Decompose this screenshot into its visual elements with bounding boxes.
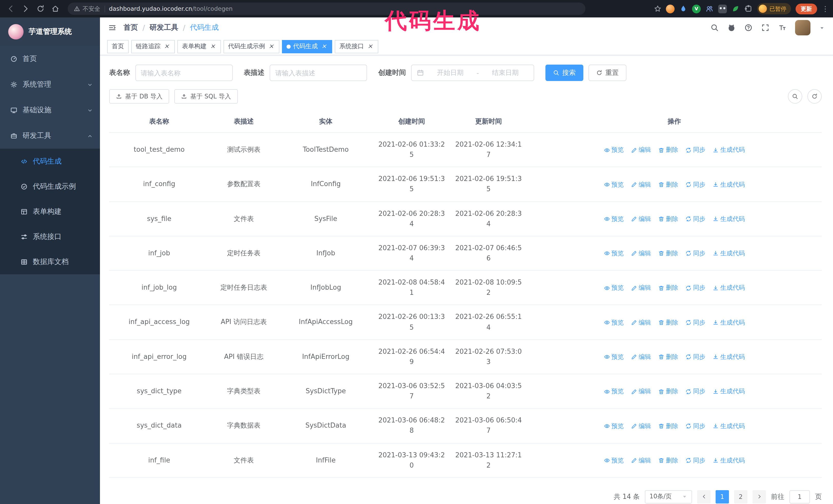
sidebar-item-infrastructure[interactable]: 基础设施 (0, 97, 100, 123)
preview-link[interactable]: 预览 (603, 421, 624, 431)
extension-icon-5[interactable] (718, 4, 727, 13)
delete-link[interactable]: 删除 (658, 456, 678, 465)
browser-update-button[interactable]: 更新 (795, 3, 817, 14)
help-icon[interactable] (744, 24, 753, 32)
breadcrumb-item[interactable]: 研发工具 (149, 23, 178, 32)
font-size-icon[interactable] (778, 24, 786, 32)
extension-icon-2[interactable] (679, 5, 687, 13)
import-db-button[interactable]: 基于 DB 导入 (109, 89, 169, 103)
browser-forward-button[interactable] (19, 2, 32, 16)
close-icon[interactable]: × (209, 43, 216, 50)
generate-code-link[interactable]: 生成代码 (713, 387, 745, 396)
delete-link[interactable]: 删除 (658, 421, 678, 431)
generate-code-link[interactable]: 生成代码 (713, 318, 745, 327)
generate-code-link[interactable]: 生成代码 (713, 180, 745, 189)
extensions-puzzle-icon[interactable] (744, 5, 753, 13)
breadcrumb-item[interactable]: 首页 (123, 23, 138, 32)
page-size-select[interactable]: 10条/页 (645, 490, 692, 503)
edit-link[interactable]: 编辑 (631, 456, 651, 465)
delete-link[interactable]: 删除 (658, 214, 678, 224)
edit-link[interactable]: 编辑 (631, 352, 651, 362)
preview-link[interactable]: 预览 (603, 387, 624, 396)
sync-link[interactable]: 同步 (685, 352, 705, 362)
table-desc-input[interactable] (270, 65, 367, 81)
sidebar-item-form-builder[interactable]: 表单构建 (0, 199, 100, 224)
preview-link[interactable]: 预览 (603, 249, 624, 258)
search-icon[interactable] (711, 24, 719, 32)
generate-code-link[interactable]: 生成代码 (713, 352, 745, 362)
tab-form-builder[interactable]: 表单构建× (177, 40, 221, 53)
user-avatar[interactable] (795, 20, 810, 35)
sidebar-item-system-management[interactable]: 系统管理 (0, 72, 100, 97)
edit-link[interactable]: 编辑 (631, 283, 651, 293)
close-icon[interactable]: × (268, 43, 275, 50)
sidebar-toggle-icon[interactable] (108, 24, 116, 32)
refresh-table-button[interactable] (807, 89, 822, 103)
delete-link[interactable]: 删除 (658, 352, 678, 362)
delete-link[interactable]: 删除 (658, 318, 678, 327)
sync-link[interactable]: 同步 (685, 214, 705, 224)
security-indicator[interactable]: 不安全 (74, 5, 100, 13)
delete-link[interactable]: 删除 (658, 145, 678, 155)
search-button[interactable]: 搜索 (545, 65, 584, 81)
sync-link[interactable]: 同步 (685, 456, 705, 465)
browser-reload-button[interactable] (34, 2, 47, 16)
sync-link[interactable]: 同步 (685, 421, 705, 431)
browser-back-button[interactable] (4, 2, 18, 16)
tab-codegen[interactable]: 代码生成× (282, 40, 332, 53)
sync-link[interactable]: 同步 (685, 249, 705, 258)
preview-link[interactable]: 预览 (603, 145, 624, 155)
sidebar-item-codegen-example[interactable]: 代码生成示例 (0, 174, 100, 199)
extension-icon-4[interactable] (705, 5, 714, 13)
sidebar-item-system-api[interactable]: 系统接口 (0, 224, 100, 249)
tab-home[interactable]: 首页 (107, 40, 129, 53)
preview-link[interactable]: 预览 (603, 318, 624, 327)
edit-link[interactable]: 编辑 (631, 318, 651, 327)
fullscreen-icon[interactable] (761, 24, 769, 32)
tab-system-api[interactable]: 系统接口× (335, 40, 378, 53)
generate-code-link[interactable]: 生成代码 (713, 249, 745, 258)
sync-link[interactable]: 同步 (685, 180, 705, 189)
edit-link[interactable]: 编辑 (631, 387, 651, 396)
close-icon[interactable]: × (163, 43, 170, 50)
table-name-input[interactable] (135, 65, 233, 81)
tab-tracing[interactable]: 链路追踪× (131, 40, 175, 53)
preview-link[interactable]: 预览 (603, 214, 624, 224)
edit-link[interactable]: 编辑 (631, 214, 651, 224)
profile-paused-badge[interactable]: 已暂停 (757, 3, 791, 14)
close-icon[interactable]: × (366, 43, 374, 50)
sidebar-item-home[interactable]: 首页 (0, 46, 100, 72)
caret-down-icon[interactable] (819, 25, 825, 30)
preview-link[interactable]: 预览 (603, 352, 624, 362)
preview-link[interactable]: 预览 (603, 456, 624, 465)
sidebar-item-dev-tools[interactable]: 研发工具 (0, 123, 100, 149)
extension-icon-1[interactable] (666, 4, 674, 13)
delete-link[interactable]: 删除 (658, 249, 678, 258)
generate-code-link[interactable]: 生成代码 (713, 145, 745, 155)
browser-home-button[interactable] (49, 2, 62, 16)
generate-code-link[interactable]: 生成代码 (713, 421, 745, 431)
browser-menu-icon[interactable]: ⋮ (822, 5, 828, 13)
preview-link[interactable]: 预览 (603, 283, 624, 293)
address-bar[interactable]: 不安全 dashboard.yudao.iocoder.cn/tool/code… (68, 3, 586, 15)
preview-link[interactable]: 预览 (603, 180, 624, 189)
edit-link[interactable]: 编辑 (631, 421, 651, 431)
edit-link[interactable]: 编辑 (631, 249, 651, 258)
toggle-search-button[interactable] (788, 89, 802, 103)
tab-codegen-example[interactable]: 代码生成示例× (223, 40, 279, 53)
import-sql-button[interactable]: 基于 SQL 导入 (174, 89, 238, 103)
sync-link[interactable]: 同步 (685, 387, 705, 396)
sidebar-item-codegen[interactable]: 代码生成 (0, 149, 100, 174)
page-button-2[interactable]: 2 (734, 490, 747, 503)
sidebar-item-db-doc[interactable]: 数据库文档 (0, 249, 100, 274)
delete-link[interactable]: 删除 (658, 387, 678, 396)
close-icon[interactable]: × (320, 43, 328, 50)
extension-icon-6[interactable] (732, 5, 740, 13)
bookmark-star-icon[interactable] (654, 5, 661, 12)
next-page-button[interactable] (753, 490, 766, 503)
generate-code-link[interactable]: 生成代码 (713, 456, 745, 465)
github-icon[interactable] (728, 24, 736, 32)
delete-link[interactable]: 删除 (658, 283, 678, 293)
edit-link[interactable]: 编辑 (631, 145, 651, 155)
sync-link[interactable]: 同步 (685, 318, 705, 327)
